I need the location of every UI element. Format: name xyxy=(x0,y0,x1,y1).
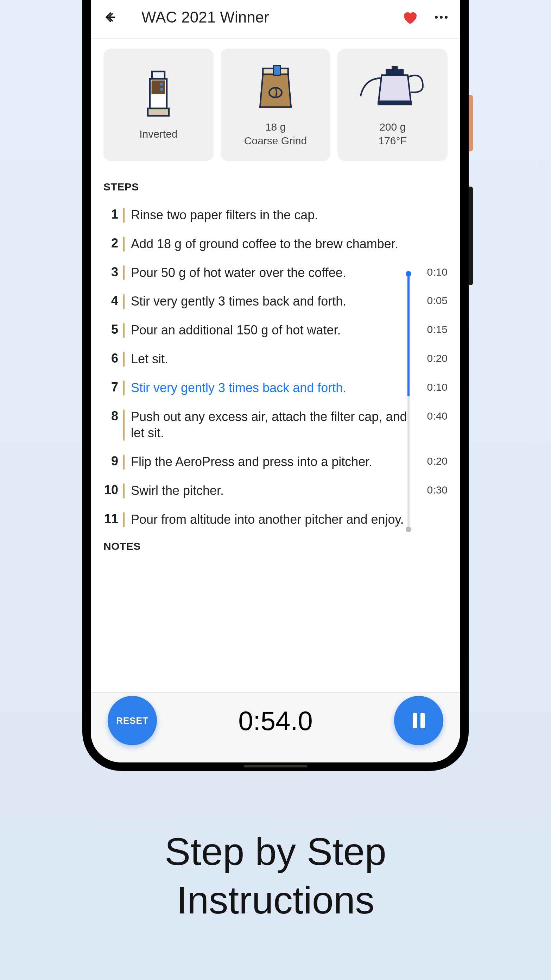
step-row[interactable]: 9Flip the AeroPress and press into a pit… xyxy=(103,454,448,470)
step-time: 0:10 xyxy=(427,266,448,278)
kettle-icon xyxy=(357,62,428,115)
pause-icon xyxy=(413,713,425,728)
param-card-coffee[interactable]: 18 gCoarse Grind xyxy=(221,49,331,161)
step-row[interactable]: 1Rinse two paper filters in the cap. xyxy=(103,207,448,224)
svg-rect-11 xyxy=(392,66,398,70)
timer-bar: RESET 0:54.0 xyxy=(91,692,460,762)
timer-display: 0:54.0 xyxy=(238,705,313,736)
svg-rect-3 xyxy=(152,80,165,94)
step-row[interactable]: 7Stir very gently 3 times back and forth… xyxy=(103,380,448,396)
step-number: 3 xyxy=(103,265,118,280)
svg-point-4 xyxy=(160,83,163,86)
reset-button[interactable]: RESET xyxy=(108,696,157,745)
step-number: 11 xyxy=(103,511,118,526)
step-divider xyxy=(123,208,125,223)
promo-text: Step by StepInstructions xyxy=(0,827,551,924)
svg-rect-6 xyxy=(148,108,169,116)
step-divider xyxy=(123,352,125,367)
pause-button[interactable] xyxy=(394,696,443,745)
param-card-water[interactable]: 200 g176°F xyxy=(337,49,448,161)
page-title: WAC 2021 Winner xyxy=(141,8,401,26)
param-label-water: 200 g176°F xyxy=(378,120,407,148)
step-divider xyxy=(123,323,125,338)
step-row[interactable]: 3Pour 50 g of hot water over the coffee.… xyxy=(103,265,448,281)
step-number: 9 xyxy=(103,454,118,469)
aeropress-icon xyxy=(143,69,174,122)
step-text: Push out any excess air, attach the filt… xyxy=(131,409,448,442)
step-text: Swirl the pitcher. xyxy=(131,483,448,499)
step-number: 6 xyxy=(103,351,118,366)
step-row[interactable]: 4Stir very gently 3 times back and forth… xyxy=(103,293,448,310)
phone-frame: WAC 2021 Winner Inverted 18 gCoarse Gr xyxy=(83,0,468,771)
step-number: 10 xyxy=(103,483,118,497)
step-time: 0:10 xyxy=(427,381,448,393)
step-number: 7 xyxy=(103,380,118,395)
step-time: 0:15 xyxy=(427,323,448,336)
step-row[interactable]: 6Let sit.0:20 xyxy=(103,351,448,368)
step-time: 0:30 xyxy=(427,484,448,496)
step-number: 8 xyxy=(103,409,118,423)
svg-rect-1 xyxy=(152,72,165,79)
step-text: Let sit. xyxy=(131,351,448,368)
step-text: Add 18 g of ground coffee to the brew ch… xyxy=(131,236,448,252)
reset-label: RESET xyxy=(116,715,148,726)
step-text: Stir very gently 3 times back and forth. xyxy=(131,380,448,396)
step-time: 0:05 xyxy=(427,294,448,307)
steps-list: 1Rinse two paper filters in the cap.2Add… xyxy=(103,207,448,528)
svg-point-5 xyxy=(160,88,163,91)
step-text: Stir very gently 3 times back and forth. xyxy=(131,293,448,310)
notes-header: NOTES xyxy=(103,540,448,552)
step-row[interactable]: 2Add 18 g of ground coffee to the brew c… xyxy=(103,236,448,252)
param-label-method: Inverted xyxy=(139,127,177,141)
param-card-method[interactable]: Inverted xyxy=(103,49,214,161)
app-bar: WAC 2021 Winner xyxy=(91,0,460,39)
step-divider xyxy=(123,455,125,469)
step-divider xyxy=(123,237,125,252)
step-divider xyxy=(123,294,125,309)
heart-icon[interactable] xyxy=(401,9,418,26)
more-icon[interactable] xyxy=(435,16,448,19)
step-divider xyxy=(123,266,125,280)
svg-rect-8 xyxy=(274,65,280,75)
step-divider xyxy=(123,483,125,498)
step-row[interactable]: 10Swirl the pitcher.0:30 xyxy=(103,483,448,499)
content-area: Inverted 18 gCoarse Grind 200 g176°F xyxy=(91,39,460,692)
step-time: 0:40 xyxy=(427,410,448,422)
coffee-bag-icon xyxy=(256,62,295,115)
step-text: Pour from altitude into another pitcher … xyxy=(131,511,448,528)
step-text: Rinse two paper filters in the cap. xyxy=(131,207,448,224)
step-divider xyxy=(123,380,125,396)
step-row[interactable]: 8Push out any excess air, attach the fil… xyxy=(103,409,448,442)
param-cards: Inverted 18 gCoarse Grind 200 g176°F xyxy=(103,49,448,161)
step-time: 0:20 xyxy=(427,455,448,467)
step-row[interactable]: 11Pour from altitude into another pitche… xyxy=(103,511,448,528)
steps-header: STEPS xyxy=(103,181,448,193)
step-number: 4 xyxy=(103,293,118,308)
screen: WAC 2021 Winner Inverted 18 gCoarse Gr xyxy=(91,0,460,762)
step-text: Flip the AeroPress and press into a pitc… xyxy=(131,454,448,470)
step-text: Pour an additional 150 g of hot water. xyxy=(131,322,448,339)
step-text: Pour 50 g of hot water over the coffee. xyxy=(131,265,448,281)
step-number: 5 xyxy=(103,322,118,337)
step-row[interactable]: 5Pour an additional 150 g of hot water.0… xyxy=(103,322,448,339)
param-label-coffee: 18 gCoarse Grind xyxy=(244,120,307,148)
volume-button xyxy=(468,186,473,285)
step-number: 1 xyxy=(103,207,118,222)
power-button xyxy=(468,95,473,151)
step-divider xyxy=(123,409,125,441)
svg-rect-12 xyxy=(378,101,412,105)
step-divider xyxy=(123,512,125,527)
step-number: 2 xyxy=(103,236,118,251)
back-icon[interactable] xyxy=(103,10,118,24)
step-time: 0:20 xyxy=(427,352,448,364)
